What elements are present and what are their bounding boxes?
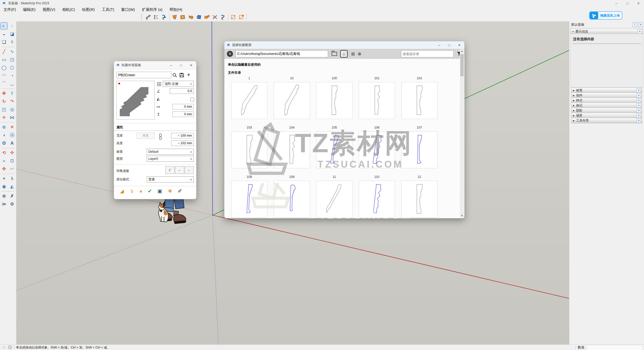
menu-tools[interactable]: 工具(T) [98,7,118,13]
dialog-close-button[interactable]: ✕ [454,42,464,49]
profile-button-a[interactable] [229,13,237,21]
section-close-icon[interactable]: ✕ [636,98,641,103]
hole-punch-tool[interactable] [179,13,187,21]
build-along-path-icon[interactable]: ◢ [120,188,124,194]
stamp-profile-icon[interactable]: ❖ [168,188,172,194]
revolve-tool[interactable] [187,13,195,21]
sandbox-from-contours-tool[interactable]: ⊕ [1,192,8,200]
tray-close-icon[interactable]: ✕ [638,22,643,27]
link-dimensions-icon[interactable] [159,134,162,141]
orbit-tool[interactable]: ⟲ [1,149,8,156]
pin-icon[interactable]: ⊤ [632,22,637,27]
layer-select[interactable]: Layer0∨ [147,156,194,162]
dialog-minimize-button[interactable]: ─ [434,42,444,49]
anchor-grid-icon[interactable] [157,82,161,86]
section-close-icon[interactable]: ✕ [636,119,641,123]
scroll-up-icon[interactable]: ▲ [460,49,464,53]
minimize-button[interactable]: ─ [611,0,622,6]
scroll-down-icon[interactable]: ▼ [460,214,464,218]
section-close-icon[interactable]: ✕ [636,113,641,118]
validate-path-icon[interactable]: ✔ [148,188,152,194]
build-profile-tool[interactable] [144,13,152,21]
zoom-extents-tool[interactable]: ✜ [1,165,8,172]
anchor-select[interactable]: 顶部-左侧∨ [163,81,194,87]
tag-tool[interactable]: ◊ [9,38,16,46]
web-library-icon[interactable]: ⊕ [356,51,363,57]
zoom-tool[interactable]: ⌕ [1,157,8,164]
3d-text-tool[interactable]: A [9,140,16,147]
menu-edit[interactable]: 编辑(E) [19,7,39,13]
rotate-tool[interactable]: ↻ [1,98,8,105]
circle-tool[interactable]: ◯ [1,64,8,71]
profile-name-input[interactable] [116,72,171,78]
rotated-rectangle-tool[interactable]: ◳ [9,56,16,63]
pan-tool[interactable]: ✣ [9,149,16,156]
axes-tool[interactable]: ❂ [1,140,8,147]
pie-tool[interactable]: ◔ [9,72,16,79]
make-component-tool[interactable]: ❏ [1,38,8,46]
section-close-icon[interactable]: ✕ [637,29,642,34]
menu-help[interactable]: 帮助(H) [166,7,186,13]
extrude-mode-select[interactable]: 普通∨ [147,176,194,182]
dialog-titlebar[interactable]: 选择轮廓图形 ─ □ ✕ [224,41,464,49]
menu-window[interactable]: 窗口(W) [118,7,138,13]
freehand-tool[interactable]: ∿ [9,48,16,55]
mirror-tool[interactable]: ⋈ [9,114,16,121]
close-button[interactable]: ✕ [633,0,644,6]
two-point-arc-tool[interactable]: ⌒ [1,80,8,87]
home-directory-icon[interactable]: ⌂ [340,50,348,58]
quantifier-tool[interactable] [203,13,211,21]
corner-round-button[interactable]: ⌐ [185,166,194,174]
push-pull-tool[interactable]: ⇧ [9,90,16,97]
dialog-scrollbar[interactable]: ▲ ▼ [460,49,464,218]
look-around-tool[interactable]: ◉ [1,183,8,190]
sandbox-from-scratch-tool[interactable]: ✗ [9,192,16,200]
mirror-checkbox[interactable] [190,98,194,101]
edit-path-tool[interactable] [219,13,227,21]
assembler-tool[interactable] [171,13,179,21]
section-styles[interactable]: ▶样式✕ [571,98,642,103]
lasso-tool[interactable]: ◌ [9,22,16,29]
revolve-profile-icon[interactable]: ◕ [139,188,142,194]
drape-tool[interactable]: ≫ [1,201,8,208]
geolocation-icon[interactable]: ☉ [3,345,6,349]
menu-draw[interactable]: 绘图(R) [78,7,98,13]
panel-maximize-button[interactable]: □ [176,62,186,69]
section-tags[interactable]: ▶标记✕ [571,103,642,108]
select-existing-icon[interactable]: ▣ [157,188,162,194]
solid-trim-tool[interactable] [195,13,203,21]
dimension-tool[interactable]: ✕ [9,124,16,131]
width-input[interactable] [171,133,194,138]
menu-view[interactable]: 视图(V) [39,7,59,13]
measurements-input[interactable] [587,345,642,350]
previous-view-tool[interactable]: ↩ [9,165,16,172]
directory-path-input[interactable] [235,50,328,57]
section-close-icon[interactable]: ✕ [636,108,641,113]
search-directory-input[interactable] [401,50,454,57]
menu-extensions[interactable]: 扩展程序 (x) [138,7,166,13]
bonus-library-icon[interactable]: ⊞ [350,51,356,57]
open-folder-icon[interactable] [332,52,337,56]
info-icon[interactable]: ⓘ [8,345,12,350]
section-instructor[interactable]: ▶工具向导✕ [571,118,642,123]
section-entity-info[interactable]: ▼ 图元信息 ✕ [570,29,643,34]
outer-shell-tool[interactable]: ✳ [1,114,8,121]
offset-x-input[interactable] [172,104,194,109]
dialog-maximize-button[interactable]: □ [444,42,454,49]
section-plane-tool[interactable]: ◭ [9,183,16,190]
tape-measure-tool[interactable]: ⊚ [1,124,8,131]
up-directory-button[interactable]: ⇅ [227,51,233,57]
protractor-tool[interactable]: ◖ [1,132,8,139]
three-point-arc-tool[interactable]: ◡ [9,80,16,87]
rotation-angle-input[interactable] [170,88,194,94]
walk-tool[interactable]: λ [9,175,16,182]
paint-bucket-tool[interactable]: ◒ [1,30,8,37]
smoove-tool[interactable]: ⚙ [9,201,16,208]
section-components[interactable]: ▶组件✕ [571,93,642,98]
save-profile-icon[interactable] [179,73,184,79]
scrollbar-thumb[interactable] [460,54,464,76]
section-close-icon[interactable]: ✕ [636,93,641,98]
section-shadows[interactable]: ▶阴影✕ [571,108,642,113]
follow-me-tool[interactable]: ↷ [9,98,16,105]
panel-minimize-button[interactable]: ─ [166,62,176,69]
